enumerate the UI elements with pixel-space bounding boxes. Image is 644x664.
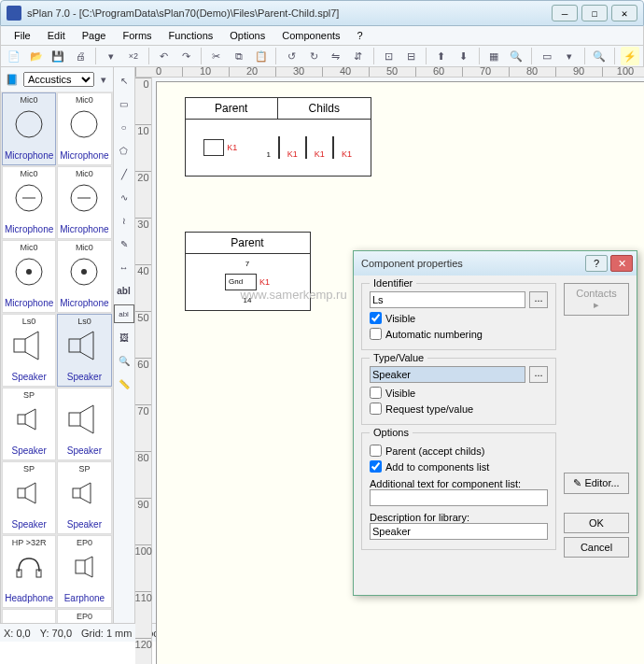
paste-icon[interactable]: 📋 (252, 47, 271, 65)
category-select[interactable]: Accustics (23, 72, 94, 87)
menu-file[interactable]: File (7, 28, 38, 43)
page-dropdown-icon[interactable]: ▾ (560, 47, 579, 65)
typevalue-browse-button[interactable]: ... (529, 366, 548, 383)
dimension-icon[interactable]: ↔ (114, 258, 134, 276)
ok-button[interactable]: OK (564, 513, 629, 533)
library-item[interactable]: Mic0Microphone (2, 166, 56, 239)
rotate-right-icon[interactable]: ↻ (304, 47, 323, 65)
library-item[interactable]: Ls0Speaker (57, 314, 111, 387)
parent-child-box[interactable]: Parent Childs K1 1 K1 K1 (185, 97, 371, 177)
typevalue-visible-check[interactable]: Visible (370, 387, 548, 399)
parent-check[interactable]: Parent (accept childs) (370, 445, 548, 457)
bezier-icon[interactable]: ≀ (114, 211, 134, 230)
ungroup-icon[interactable]: ⊟ (401, 47, 420, 65)
library-item[interactable]: Mic0Microphone (57, 166, 111, 239)
back-icon[interactable]: ⬇ (455, 47, 473, 65)
library-item[interactable] (2, 609, 56, 623)
lightning-icon[interactable]: ⚡ (621, 47, 639, 65)
cancel-button[interactable]: Cancel (564, 537, 629, 558)
freehand-icon[interactable]: ✎ (114, 234, 134, 253)
redo-icon[interactable]: ↷ (176, 47, 195, 65)
library-item[interactable]: Ls0Speaker (2, 314, 56, 387)
library-item[interactable]: EP0 (57, 609, 111, 623)
cut-icon[interactable]: ✂ (207, 47, 226, 65)
library-item[interactable]: Speaker (57, 388, 111, 460)
relay-icon (203, 139, 224, 156)
zoom-tool-icon[interactable]: 🔍 (114, 351, 134, 370)
menu-page[interactable]: Page (75, 28, 114, 43)
toolbar-main: 📄 📂 💾 🖨 ▾ ×2 ↶ ↷ ✂ ⧉ 📋 ↺ ↻ ⇋ ⇵ ⊡ ⊟ ⬆ ⬇ ▦… (0, 45, 644, 67)
text-label-icon[interactable]: abl (114, 304, 134, 323)
rotate-left-icon[interactable]: ↺ (282, 47, 301, 65)
search-icon[interactable]: 🔍 (507, 47, 525, 65)
text-bold-icon[interactable]: abl (114, 281, 134, 300)
maximize-button[interactable]: ☐ (581, 5, 608, 21)
menu-forms[interactable]: Forms (115, 28, 159, 43)
menu-help[interactable]: ? (350, 28, 371, 43)
library-item[interactable]: SPSpeaker (2, 388, 56, 460)
circle-icon[interactable]: ○ (114, 118, 134, 136)
library-item[interactable]: EP0Earphone (57, 535, 111, 608)
new-icon[interactable]: 📄 (5, 47, 23, 65)
save-icon[interactable]: 💾 (49, 47, 68, 65)
grid-icon[interactable]: ▦ (484, 47, 503, 65)
mirror-h-icon[interactable]: ⇋ (327, 47, 345, 65)
addtext-input[interactable] (370, 489, 548, 506)
menu-functions[interactable]: Functions (161, 28, 221, 43)
group-icon[interactable]: ⊡ (379, 47, 398, 65)
measure-icon[interactable]: 📏 (114, 374, 134, 393)
library-item[interactable]: SPSpeaker (2, 461, 56, 534)
category-dropdown-icon[interactable]: ▾ (97, 70, 110, 89)
arrow-icon[interactable]: ↖ (114, 71, 134, 90)
line-icon[interactable]: ╱ (114, 164, 134, 183)
addlist-check[interactable]: Add to components list (370, 460, 548, 473)
open-icon[interactable]: 📂 (27, 47, 46, 65)
desc-input[interactable] (370, 523, 548, 540)
library-item[interactable]: Mic0Microphone (57, 92, 111, 165)
svg-point-1 (71, 111, 97, 137)
library-item[interactable]: Mic0Microphone (57, 240, 111, 313)
undo-icon[interactable]: ↶ (155, 47, 174, 65)
library-item[interactable]: HP >32RHeadphone (2, 535, 56, 608)
contacts-button[interactable]: Contacts ▸ (564, 283, 629, 316)
typevalue-input[interactable] (370, 366, 525, 383)
dialog-help-button[interactable]: ? (585, 255, 608, 272)
h-ruler: 0102030405060708090100110120130mm (135, 67, 644, 78)
library-item[interactable]: Mic0Microphone (2, 92, 56, 165)
zoom2x-icon[interactable]: ×2 (124, 47, 143, 65)
rect-icon[interactable]: ▭ (114, 94, 134, 113)
minimize-button[interactable]: — (552, 5, 578, 21)
dialog-titlebar[interactable]: Component properties ? ✕ (354, 251, 637, 275)
mirror-v-icon[interactable]: ⇵ (349, 47, 368, 65)
identifier-visible-check[interactable]: Visible (370, 312, 548, 324)
close-button[interactable]: ✕ (611, 5, 637, 21)
poly-icon[interactable]: ⬠ (114, 141, 134, 160)
component-properties-dialog: Component properties ? ✕ Identifier ... … (353, 250, 637, 596)
typevalue-request-check[interactable]: Request type/value (370, 403, 548, 415)
page-icon[interactable]: ▭ (538, 47, 556, 65)
identifier-browse-button[interactable]: ... (529, 291, 548, 308)
identifier-input[interactable] (370, 291, 525, 308)
copy-icon[interactable]: ⧉ (230, 47, 248, 65)
library-item[interactable]: SPSpeaker (57, 461, 111, 534)
curve-icon[interactable]: ∿ (114, 188, 134, 206)
magnify-icon[interactable]: 🔍 (590, 47, 609, 65)
dialog-close-button[interactable]: ✕ (610, 255, 633, 272)
desc-label: Description for library: (370, 512, 548, 523)
editor-button[interactable]: ✎ Editor... (564, 473, 629, 494)
menu-options[interactable]: Options (222, 28, 273, 43)
image-icon[interactable]: 🖼 (114, 328, 134, 346)
identifier-auto-check[interactable]: Automatic numbering (370, 328, 548, 340)
addtext-label: Additional text for component list: (370, 478, 548, 489)
tool-column: ↖ ▭ ○ ⬠ ╱ ∿ ≀ ✎ ↔ abl abl 🖼 🔍 📏 (114, 67, 135, 623)
menu-edit[interactable]: Edit (40, 28, 73, 43)
typevalue-group: Type/Value ... Visible Request type/valu… (361, 358, 556, 425)
menu-components[interactable]: Components (274, 28, 347, 43)
window-title: sPlan 7.0 - [C:\ProgramData\sPlan70(Demo… (27, 7, 548, 19)
front-icon[interactable]: ⬆ (432, 47, 451, 65)
col-parent: Parent (186, 98, 279, 119)
print-icon[interactable]: 🖨 (71, 47, 90, 65)
zoom-dropdown-icon[interactable]: ▾ (102, 47, 120, 65)
library-item[interactable]: Mic0Microphone (2, 240, 56, 313)
library-icon[interactable]: 📘 (4, 70, 21, 89)
